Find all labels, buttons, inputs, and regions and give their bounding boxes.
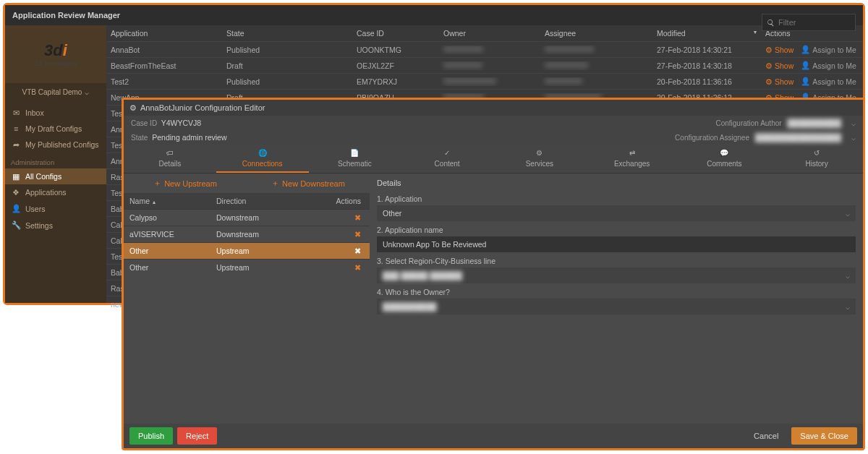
check-icon: ✓ [444,149,450,158]
cancel-button[interactable]: Cancel [745,427,787,445]
nav-item-applications[interactable]: ❖Applications [5,184,106,200]
q2-field[interactable]: Unknown App To Be Reviewed [377,236,856,252]
user-icon: 👤 [801,45,810,54]
assign-link[interactable]: 👤Assign to Me [801,45,856,54]
back-header: Application Review Manager [5,5,863,25]
wrench-icon: 🔧 [11,220,21,230]
search-icon [767,19,775,27]
modal-footer: Publish Reject Cancel Save & Close [124,424,863,448]
grid-header: Application State Case ID Owner Assignee… [106,25,863,41]
modal-title: AnnaBotJunior Configuration Editor [140,103,265,112]
logo-text-2: i [63,41,67,59]
tab-history[interactable]: ↺History [770,145,863,173]
q1-field[interactable]: Other⌵ [377,205,856,221]
user-icon: 👤 [11,204,21,213]
nav-item-settings[interactable]: 🔧Settings [5,217,106,234]
globe-icon: 🌐 [258,149,267,158]
publish-button[interactable]: Publish [129,427,173,445]
nav-item-users[interactable]: 👤Users [5,200,106,217]
user-icon: 👤 [801,77,810,86]
cell-modified: 27-Feb-2018 14:30:18 [652,61,761,70]
col-owner[interactable]: Owner [439,29,540,38]
meta-author-value: ██████████ [788,119,841,127]
tab-exchanges[interactable]: ⇄Exchanges [586,145,678,173]
logo-text-1: 3d [44,41,63,59]
sidebar: 3di 3d innovations VTB Capital Demo ✉Inb… [5,25,106,303]
conn-row[interactable]: OtherUpstream✖ [124,242,370,259]
delete-icon[interactable]: ✖ [354,247,361,255]
conn-col-direction[interactable]: Direction [216,197,332,205]
cell-assignee [540,46,652,54]
conn-name: Other [129,247,216,255]
chevron-down-icon: ⌵ [846,210,850,218]
q3-field[interactable]: ███ █████ ██████⌵ [377,267,856,283]
cell-state: Draft [222,61,352,70]
logo-subtitle: 3d innovations [35,60,77,67]
cell-case: OEJXL2ZF [352,61,439,70]
nav-item-inbox[interactable]: ✉Inbox [5,105,106,121]
delete-icon[interactable]: ✖ [354,263,361,272]
col-modified[interactable]: Modified▾ [652,29,761,38]
meta-author-label: Configuration Author [715,119,781,127]
tab-comments[interactable]: 💬Comments [678,145,771,173]
chevron-down-icon[interactable]: ⌵ [851,134,856,142]
nav-item-allconfigs[interactable]: ▦All Configs [5,168,106,184]
col-application[interactable]: Application [106,29,222,38]
conn-row[interactable]: aVISERVICEDownstream✖ [124,226,370,242]
save-close-button[interactable]: Save & Close [791,427,857,445]
conn-row[interactable]: CalypsoDownstream✖ [124,209,370,226]
show-link[interactable]: ⚙Show [765,61,793,70]
nav-label: Applications [25,188,67,197]
chevron-down-icon[interactable]: ⌵ [851,119,856,127]
table-row[interactable]: Test2PublishedEM7YDRXJ20-Feb-2018 11:36:… [106,73,863,89]
cell-case: EM7YDRXJ [352,77,439,86]
reject-button[interactable]: Reject [177,427,217,445]
nav-item-drafts[interactable]: ≡My Draft Configs [5,121,106,137]
tab-details[interactable]: 🏷Details [124,145,216,173]
cell-app: AnnaBot [106,46,222,54]
new-upstream-button[interactable]: ＋New Upstream [124,174,247,193]
assign-link[interactable]: 👤Assign to Me [801,77,856,86]
tab-content[interactable]: ✓Content [401,145,493,173]
col-assignee[interactable]: Assignee [540,29,652,38]
conn-row[interactable]: OtherUpstream✖ [124,259,370,275]
show-link[interactable]: ⚙Show [765,45,793,54]
cell-modified: 20-Feb-2018 11:36:16 [652,77,761,86]
tab-schematic[interactable]: 📄Schematic [309,145,401,173]
tab-services[interactable]: ⚙Services [493,145,586,173]
filter-input[interactable] [778,18,843,27]
nav-section-admin: Administration [5,153,106,168]
conn-direction: Downstream [216,230,332,239]
col-caseid[interactable]: Case ID [352,29,439,38]
table-row[interactable]: BeastFromTheEastDraftOEJXL2ZF27-Feb-2018… [106,57,863,73]
assign-link[interactable]: 👤Assign to Me [801,61,856,70]
tab-connections[interactable]: 🌐Connections [216,145,309,173]
details-panel: Details 1. Application Other⌵ 2. Applica… [370,174,863,424]
modal-tabs: 🏷Details 🌐Connections 📄Schematic ✓Conten… [124,145,863,174]
nav-label: Inbox [25,108,44,117]
col-state[interactable]: State [222,29,352,38]
plus-icon: ＋ [153,178,161,189]
new-downstream-button[interactable]: ＋New Downstream [247,174,370,193]
delete-icon[interactable]: ✖ [354,213,361,222]
nav-item-published[interactable]: ➦My Published Configs [5,137,106,153]
sort-asc-icon: ▴ [153,199,156,205]
delete-icon[interactable]: ✖ [354,230,361,239]
context-selector[interactable]: VTB Capital Demo [5,83,106,100]
nav-label: All Configs [25,172,61,181]
show-link[interactable]: ⚙Show [765,77,793,86]
meta-state-value: Pending admin review [152,133,226,142]
filter-box[interactable] [762,14,856,31]
meta-caseid-label: Case ID [131,119,157,127]
cell-owner [439,77,540,86]
comment-icon: 💬 [720,149,728,158]
meta-assignee-value: ████████████████ [755,133,841,142]
q4-field[interactable]: ██████████⌵ [377,299,856,314]
gear-icon: ⚙ [765,46,773,54]
cell-modified: 27-Feb-2018 14:30:21 [652,46,761,54]
modal-meta-row2: State Pending admin review Configuration… [124,130,863,145]
table-row[interactable]: AnnaBotPublishedUOONKTMG27-Feb-2018 14:3… [106,41,863,57]
conn-col-name[interactable]: Name▴ [129,197,216,205]
file-icon: 📄 [350,149,359,158]
context-label: VTB Capital Demo [22,88,82,96]
